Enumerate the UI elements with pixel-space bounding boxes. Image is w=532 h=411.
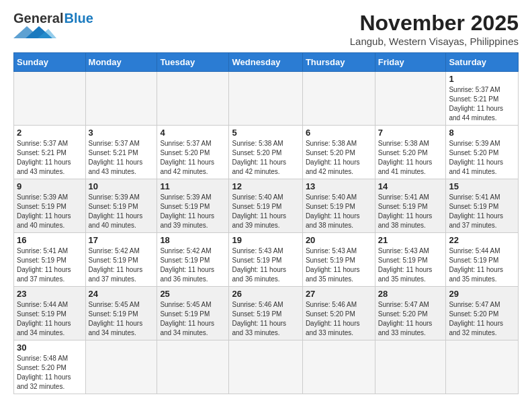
day-info: Sunrise: 5:38 AM Sunset: 5:20 PM Dayligh…	[232, 139, 299, 177]
day-number: 17	[89, 235, 154, 245]
weekday-header-thursday: Thursday	[302, 53, 375, 72]
day-info: Sunrise: 5:48 AM Sunset: 5:20 PM Dayligh…	[17, 354, 83, 392]
day-info: Sunrise: 5:47 AM Sunset: 5:20 PM Dayligh…	[449, 300, 515, 338]
calendar-week-1: 1Sunrise: 5:37 AM Sunset: 5:21 PM Daylig…	[14, 72, 519, 126]
calendar-day	[85, 340, 157, 394]
day-info: Sunrise: 5:44 AM Sunset: 5:19 PM Dayligh…	[449, 246, 515, 284]
title-area: November 2025 Langub, Western Visayas, P…	[350, 11, 519, 47]
calendar-week-3: 9Sunrise: 5:39 AM Sunset: 5:19 PM Daylig…	[14, 179, 519, 233]
day-number: 11	[160, 181, 226, 191]
day-number: 29	[449, 289, 515, 299]
calendar-header: SundayMondayTuesdayWednesdayThursdayFrid…	[14, 53, 519, 72]
calendar-table: SundayMondayTuesdayWednesdayThursdayFrid…	[13, 52, 519, 394]
weekday-header-monday: Monday	[85, 53, 157, 72]
calendar-body: 1Sunrise: 5:37 AM Sunset: 5:21 PM Daylig…	[14, 72, 519, 394]
day-number: 9	[17, 181, 83, 191]
calendar-day: 28Sunrise: 5:47 AM Sunset: 5:20 PM Dayli…	[375, 287, 446, 340]
calendar-day: 16Sunrise: 5:41 AM Sunset: 5:19 PM Dayli…	[14, 233, 86, 287]
calendar-day: 1Sunrise: 5:37 AM Sunset: 5:21 PM Daylig…	[446, 72, 519, 126]
day-info: Sunrise: 5:43 AM Sunset: 5:19 PM Dayligh…	[378, 246, 443, 284]
day-info: Sunrise: 5:38 AM Sunset: 5:20 PM Dayligh…	[378, 139, 443, 177]
day-number: 23	[17, 289, 83, 299]
day-number: 26	[232, 289, 299, 299]
calendar-day	[375, 340, 446, 394]
day-number: 28	[378, 289, 443, 299]
day-number: 13	[306, 181, 372, 191]
weekday-header-wednesday: Wednesday	[229, 53, 302, 72]
day-info: Sunrise: 5:46 AM Sunset: 5:20 PM Dayligh…	[306, 300, 372, 338]
calendar-day	[302, 72, 375, 126]
day-info: Sunrise: 5:45 AM Sunset: 5:19 PM Dayligh…	[160, 300, 226, 338]
calendar-day	[375, 72, 446, 126]
month-title: November 2025	[350, 11, 519, 36]
calendar-day: 5Sunrise: 5:38 AM Sunset: 5:20 PM Daylig…	[229, 126, 302, 179]
calendar-day: 10Sunrise: 5:39 AM Sunset: 5:19 PM Dayli…	[85, 179, 157, 233]
calendar-day	[157, 340, 229, 394]
day-number: 1	[449, 74, 515, 84]
day-info: Sunrise: 5:40 AM Sunset: 5:19 PM Dayligh…	[232, 193, 299, 230]
day-info: Sunrise: 5:39 AM Sunset: 5:19 PM Dayligh…	[89, 193, 154, 230]
calendar-day: 4Sunrise: 5:37 AM Sunset: 5:20 PM Daylig…	[157, 126, 229, 179]
day-number: 22	[449, 235, 515, 245]
day-info: Sunrise: 5:37 AM Sunset: 5:21 PM Dayligh…	[89, 139, 154, 177]
day-number: 12	[232, 181, 299, 191]
day-info: Sunrise: 5:45 AM Sunset: 5:19 PM Dayligh…	[89, 300, 154, 338]
calendar-day: 19Sunrise: 5:43 AM Sunset: 5:19 PM Dayli…	[229, 233, 302, 287]
day-info: Sunrise: 5:43 AM Sunset: 5:19 PM Dayligh…	[306, 246, 372, 284]
calendar-day	[229, 340, 302, 394]
weekday-header-saturday: Saturday	[446, 53, 519, 72]
calendar-day: 29Sunrise: 5:47 AM Sunset: 5:20 PM Dayli…	[446, 287, 519, 340]
calendar-day: 9Sunrise: 5:39 AM Sunset: 5:19 PM Daylig…	[14, 179, 86, 233]
day-info: Sunrise: 5:38 AM Sunset: 5:20 PM Dayligh…	[306, 139, 372, 177]
day-info: Sunrise: 5:37 AM Sunset: 5:21 PM Dayligh…	[449, 85, 515, 123]
logo-general: General	[13, 11, 63, 26]
day-number: 6	[306, 128, 372, 138]
day-number: 21	[378, 235, 443, 245]
day-info: Sunrise: 5:39 AM Sunset: 5:19 PM Dayligh…	[160, 193, 226, 230]
calendar-day: 11Sunrise: 5:39 AM Sunset: 5:19 PM Dayli…	[157, 179, 229, 233]
header: General Blue November 2025 Langub, Weste…	[13, 11, 519, 47]
day-number: 30	[17, 342, 83, 353]
day-info: Sunrise: 5:46 AM Sunset: 5:19 PM Dayligh…	[232, 300, 299, 338]
day-info: Sunrise: 5:39 AM Sunset: 5:20 PM Dayligh…	[449, 139, 515, 177]
day-info: Sunrise: 5:44 AM Sunset: 5:19 PM Dayligh…	[17, 300, 83, 338]
calendar-day: 13Sunrise: 5:40 AM Sunset: 5:19 PM Dayli…	[302, 179, 375, 233]
calendar-day	[157, 72, 229, 126]
calendar-day	[85, 72, 157, 126]
day-number: 24	[89, 289, 154, 299]
day-number: 3	[89, 128, 154, 138]
calendar-day: 12Sunrise: 5:40 AM Sunset: 5:19 PM Dayli…	[229, 179, 302, 233]
calendar-week-4: 16Sunrise: 5:41 AM Sunset: 5:19 PM Dayli…	[14, 233, 519, 287]
calendar-week-5: 23Sunrise: 5:44 AM Sunset: 5:19 PM Dayli…	[14, 287, 519, 340]
calendar-day: 30Sunrise: 5:48 AM Sunset: 5:20 PM Dayli…	[14, 340, 86, 394]
calendar-day	[302, 340, 375, 394]
day-number: 15	[449, 181, 515, 191]
day-info: Sunrise: 5:37 AM Sunset: 5:20 PM Dayligh…	[160, 139, 226, 177]
day-number: 5	[232, 128, 299, 138]
calendar-week-2: 2Sunrise: 5:37 AM Sunset: 5:21 PM Daylig…	[14, 126, 519, 179]
calendar-day: 7Sunrise: 5:38 AM Sunset: 5:20 PM Daylig…	[375, 126, 446, 179]
calendar-week-6: 30Sunrise: 5:48 AM Sunset: 5:20 PM Dayli…	[14, 340, 519, 394]
weekday-header-tuesday: Tuesday	[157, 53, 229, 72]
calendar-day: 14Sunrise: 5:41 AM Sunset: 5:19 PM Dayli…	[375, 179, 446, 233]
calendar-day: 6Sunrise: 5:38 AM Sunset: 5:20 PM Daylig…	[302, 126, 375, 179]
day-number: 14	[378, 181, 443, 191]
calendar-day: 21Sunrise: 5:43 AM Sunset: 5:19 PM Dayli…	[375, 233, 446, 287]
day-number: 2	[17, 128, 83, 138]
location-title: Langub, Western Visayas, Philippines	[350, 36, 519, 47]
day-number: 4	[160, 128, 226, 138]
calendar-day: 18Sunrise: 5:42 AM Sunset: 5:19 PM Dayli…	[157, 233, 229, 287]
calendar-day	[14, 72, 86, 126]
day-info: Sunrise: 5:40 AM Sunset: 5:19 PM Dayligh…	[306, 193, 372, 230]
day-number: 25	[160, 289, 226, 299]
day-info: Sunrise: 5:42 AM Sunset: 5:19 PM Dayligh…	[89, 246, 154, 284]
day-number: 10	[89, 181, 154, 191]
calendar-day: 27Sunrise: 5:46 AM Sunset: 5:20 PM Dayli…	[302, 287, 375, 340]
day-info: Sunrise: 5:39 AM Sunset: 5:19 PM Dayligh…	[17, 193, 83, 230]
day-info: Sunrise: 5:37 AM Sunset: 5:21 PM Dayligh…	[17, 139, 83, 177]
day-number: 27	[306, 289, 372, 299]
logo-blue: Blue	[64, 11, 93, 26]
calendar-day: 17Sunrise: 5:42 AM Sunset: 5:19 PM Dayli…	[85, 233, 157, 287]
day-info: Sunrise: 5:41 AM Sunset: 5:19 PM Dayligh…	[17, 246, 83, 284]
day-number: 19	[232, 235, 299, 245]
